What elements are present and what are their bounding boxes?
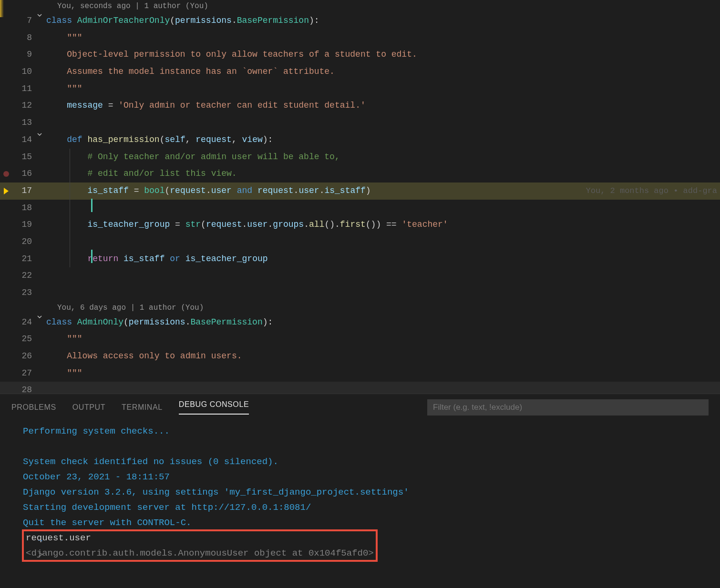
line-number: 11: [12, 81, 35, 98]
code-content[interactable]: class AdminOnly(permissions.BasePermissi…: [44, 314, 720, 331]
code-editor[interactable]: You, seconds ago | 1 author (You) 7class…: [0, 0, 720, 394]
line-number: 13: [12, 114, 35, 132]
code-content[interactable]: [44, 114, 720, 132]
chevron-down-icon: [37, 314, 42, 320]
code-line[interactable]: 17 is_staff = bool(request.user and requ…: [0, 182, 720, 200]
chevron-down-icon: [37, 132, 42, 137]
line-number: 27: [12, 365, 35, 382]
code-line[interactable]: 20: [0, 233, 720, 251]
code-line[interactable]: 16 # edit and/or list this view.: [0, 165, 720, 182]
line-number: 18: [12, 200, 35, 217]
code-content[interactable]: """: [44, 81, 720, 98]
code-content[interactable]: message = 'Only admin or teacher can edi…: [44, 97, 720, 114]
console-line: Django version 3.2.6, using settings 'my…: [23, 485, 709, 500]
line-number: 9: [12, 46, 35, 63]
code-line[interactable]: 25 """: [0, 331, 720, 348]
code-line[interactable]: 9 Object-level permission to only allow …: [0, 46, 720, 63]
code-content[interactable]: [44, 200, 720, 217]
code-lens-mid[interactable]: You, 6 days ago | 1 author (You): [0, 302, 720, 314]
repl-prompt-icon: >: [38, 547, 43, 563]
console-line: [23, 439, 709, 454]
breakpoint-gutter[interactable]: [0, 182, 12, 194]
line-number: 23: [12, 284, 35, 302]
code-line[interactable]: 21 return is_staff or is_teacher_group: [0, 251, 720, 268]
line-number: 25: [12, 331, 35, 348]
code-content[interactable]: """: [44, 365, 720, 382]
console-line: Starting development server at http://12…: [23, 500, 709, 515]
code-content[interactable]: """: [44, 30, 720, 47]
code-content[interactable]: is_staff = bool(request.user and request…: [44, 182, 720, 200]
line-number: 21: [12, 251, 35, 268]
console-line: Performing system checks...: [23, 424, 709, 439]
line-number: 16: [12, 165, 35, 182]
code-line[interactable]: 8 """: [0, 30, 720, 47]
line-number: 19: [12, 216, 35, 233]
code-content[interactable]: """: [44, 331, 720, 348]
filter-input[interactable]: [427, 399, 709, 416]
line-number: 12: [12, 97, 35, 114]
panel-tab-debug-console[interactable]: DEBUG CONSOLE: [179, 400, 249, 415]
panel-tab-problems[interactable]: PROBLEMS: [11, 403, 56, 412]
code-line[interactable]: 10 Assumes the model instance has an `ow…: [0, 63, 720, 81]
code-content[interactable]: is_teacher_group = str(request.user.grou…: [44, 216, 720, 233]
console-line: October 23, 2021 - 18:11:57: [23, 469, 709, 485]
code-content[interactable]: # Only teacher and/or admin user will be…: [44, 149, 720, 166]
line-number: 10: [12, 63, 35, 81]
code-content[interactable]: class AdminOrTeacherOnly(permissions.Bas…: [44, 12, 720, 30]
line-number: 26: [12, 348, 35, 365]
line-number: 14: [12, 132, 35, 149]
line-number: 24: [12, 314, 35, 331]
bottom-panel: PROBLEMSOUTPUTTERMINALDEBUG CONSOLE Perf…: [0, 394, 720, 588]
code-line[interactable]: 13: [0, 114, 720, 132]
chevron-down-icon: [37, 12, 42, 18]
code-content[interactable]: [44, 233, 720, 251]
code-content[interactable]: return is_staff or is_teacher_group: [44, 251, 720, 268]
code-line[interactable]: 14 def has_permission(self, request, vie…: [0, 132, 720, 149]
modified-marker: [91, 199, 93, 212]
code-content[interactable]: [44, 382, 720, 394]
execution-pointer-icon: [4, 188, 9, 194]
code-line[interactable]: 27 """: [0, 365, 720, 382]
code-content[interactable]: def has_permission(self, request, view):: [44, 132, 720, 149]
repl-input[interactable]: request.user→: [26, 530, 374, 546]
line-number: 8: [12, 30, 35, 47]
code-line[interactable]: 22: [0, 267, 720, 284]
line-number: 28: [12, 382, 35, 394]
fold-toggle[interactable]: [35, 132, 44, 137]
code-content[interactable]: # edit and/or list this view.: [44, 165, 720, 182]
highlighted-repl: request.user→<django.contrib.auth.models…: [23, 530, 377, 561]
code-content[interactable]: Object-level permission to only allow te…: [44, 46, 720, 63]
code-lens-top[interactable]: You, seconds ago | 1 author (You): [0, 0, 720, 12]
code-line[interactable]: 23: [0, 284, 720, 302]
breakpoint-gutter[interactable]: [0, 165, 12, 177]
code-content[interactable]: Assumes the model instance has an `owner…: [44, 63, 720, 81]
git-blame-annotation: You, 2 months ago • add-gra: [586, 182, 717, 200]
debug-console-output[interactable]: Performing system checks... System check…: [0, 421, 720, 561]
code-line[interactable]: 12 message = 'Only admin or teacher can …: [0, 97, 720, 114]
line-number: 15: [12, 149, 35, 166]
code-content[interactable]: Allows access only to admin users.: [44, 348, 720, 365]
panel-tabs: PROBLEMSOUTPUTTERMINALDEBUG CONSOLE: [0, 394, 720, 421]
code-line[interactable]: 7class AdminOrTeacherOnly(permissions.Ba…: [0, 12, 720, 30]
code-line[interactable]: 11 """: [0, 81, 720, 98]
code-line[interactable]: 15 # Only teacher and/or admin user will…: [0, 149, 720, 166]
fold-toggle[interactable]: [35, 12, 44, 18]
panel-tab-terminal[interactable]: TERMINAL: [122, 403, 163, 412]
code-line[interactable]: 24class AdminOnly(permissions.BasePermis…: [0, 314, 720, 331]
fold-toggle[interactable]: [35, 314, 44, 320]
breakpoint-icon[interactable]: [3, 171, 9, 177]
code-line[interactable]: 18: [0, 200, 720, 217]
code-line[interactable]: 26 Allows access only to admin users.: [0, 348, 720, 365]
line-number: 22: [12, 267, 35, 284]
panel-tab-output[interactable]: OUTPUT: [72, 403, 105, 412]
line-number: 20: [12, 233, 35, 251]
code-line[interactable]: 19 is_teacher_group = str(request.user.g…: [0, 216, 720, 233]
line-number: 7: [12, 12, 35, 30]
console-line: Quit the server with CONTROL-C.: [23, 515, 709, 530]
line-number: 17: [12, 182, 35, 200]
modified-marker: [91, 250, 93, 263]
console-line: System check identified no issues (0 sil…: [23, 454, 709, 469]
code-line[interactable]: 28: [0, 382, 720, 394]
repl-output: <django.contrib.auth.models.AnonymousUse…: [26, 546, 374, 561]
